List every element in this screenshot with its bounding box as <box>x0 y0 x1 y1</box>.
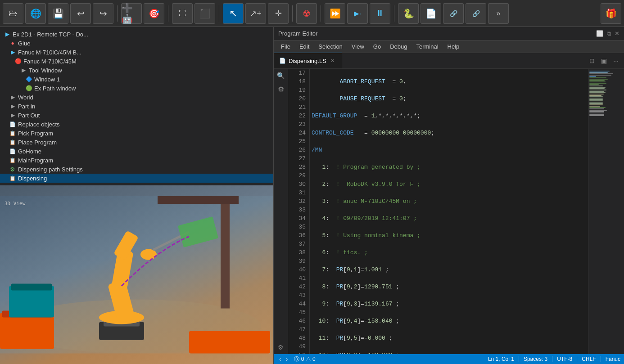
tab-dispensing-ls[interactable]: 📄 Dispensing.LS ✕ <box>274 53 342 68</box>
editor-actions: ⊡ ▣ ··· <box>588 53 624 68</box>
link2-button[interactable]: 🔗 <box>466 3 486 24</box>
tree-item-fanuc[interactable]: ▶ Fanuc M-710iC/45M B... <box>0 48 273 57</box>
minimap-content <box>588 69 624 118</box>
go-home-icon: 📄 <box>9 148 16 155</box>
tree-item-dispensing-path[interactable]: ⚙ Dispensing path Settings <box>0 165 273 174</box>
arrow-plus-button[interactable]: ↗+ <box>245 3 266 24</box>
tree-item-label: Part Out <box>18 112 40 119</box>
globe-button[interactable]: 🌐 <box>25 3 46 24</box>
errors-status[interactable]: ⓪ 0 △ 0 <box>294 355 315 363</box>
editor-titlebar: Program Editor ⬜ ⧉ ✕ <box>274 27 624 40</box>
tree-item-dispensing[interactable]: 📋 Dispensing <box>0 174 273 183</box>
arrow-move-button[interactable]: ✛ <box>268 3 289 24</box>
tree-item-place-program[interactable]: 📋 Place Program <box>0 138 273 147</box>
toolbar-separator-4 <box>292 5 293 22</box>
tree-item-world[interactable]: ▶ World <box>0 93 273 102</box>
tab-close-button[interactable]: ✕ <box>329 57 336 64</box>
split-right-button[interactable]: ⊡ <box>588 56 597 65</box>
tree-item-window1[interactable]: 🔷 Window 1 <box>0 75 273 84</box>
tree-item-label: Pick Program <box>18 130 53 137</box>
spaces-status[interactable]: Spaces: 3 <box>524 356 547 362</box>
svg-rect-18 <box>158 196 230 204</box>
menu-go[interactable]: Go <box>370 42 384 51</box>
minimize-editor-button[interactable]: ⬜ <box>596 30 603 37</box>
settings-sidebar-icon[interactable]: ⚙ <box>276 342 286 352</box>
nav-next-button[interactable]: › <box>284 355 290 363</box>
encoding-status[interactable]: UTF-8 <box>557 356 572 362</box>
world-expand-icon: ▶ <box>9 94 16 101</box>
svg-rect-4 <box>189 331 270 354</box>
tree-item-fanuc-inner[interactable]: 🔴 Fanuc M-710iC/45M <box>0 57 273 66</box>
tree-item-tool-window[interactable]: ▶ Tool Window <box>0 66 273 75</box>
ln-col-status[interactable]: Ln 1, Col 1 <box>488 356 514 362</box>
close-editor-button[interactable]: ✕ <box>615 30 619 37</box>
toolbar-separator-2 <box>168 5 168 22</box>
more-actions-button[interactable]: ··· <box>611 56 620 65</box>
svg-rect-2 <box>0 313 54 349</box>
tree-item-glue[interactable]: ● Glue <box>0 39 273 48</box>
pause-button[interactable]: ⏸ <box>370 3 390 24</box>
status-sep-1 <box>519 356 519 362</box>
tree-item-replace-objects[interactable]: 📄 Replace objects <box>0 120 273 129</box>
play-slow-button[interactable]: ▶· <box>347 3 368 24</box>
language-label: Fanuc <box>606 356 620 362</box>
folder-button[interactable]: 🗁 <box>3 3 23 24</box>
tool-window-expand-icon: ▶ <box>20 67 27 74</box>
menu-edit[interactable]: Edit <box>296 42 313 51</box>
add-robot-button[interactable]: ➕🤖 <box>121 3 142 24</box>
tab-label: Dispensing.LS <box>289 58 326 64</box>
link1-button[interactable]: 🔗 <box>443 3 464 24</box>
python-button[interactable]: 🐍 <box>398 3 419 24</box>
3d-viewport[interactable]: 3D View <box>0 185 273 364</box>
tree-item-go-home[interactable]: 📄 GoHome <box>0 147 273 156</box>
arrow-button[interactable]: ↖ <box>223 3 244 24</box>
hazard-button[interactable]: ☢ <box>296 3 317 24</box>
line-ending-status[interactable]: CRLF <box>582 356 596 362</box>
filter-sidebar-icon[interactable]: ⚙ <box>276 84 286 94</box>
tree-item-main-program[interactable]: 📋 MainProgram <box>0 156 273 165</box>
panel-layout-button[interactable]: ▣ <box>599 56 609 65</box>
search-sidebar-icon[interactable]: 🔍 <box>276 71 286 81</box>
glue-icon: ● <box>9 40 16 47</box>
target-button[interactable]: 🎯 <box>144 3 164 24</box>
menu-help[interactable]: Help <box>444 42 463 51</box>
more-button[interactable]: » <box>488 3 509 24</box>
status-sep-2 <box>552 356 552 362</box>
save-button[interactable]: 💾 <box>48 3 68 24</box>
main-area: ▶ Ex 2D1 - Remote TCP - Do... ● Glue ▶ F… <box>0 27 624 364</box>
cube-button[interactable]: ⬛ <box>194 3 215 24</box>
toolbar-separator-6 <box>394 5 394 22</box>
language-status[interactable]: Fanuc <box>606 356 620 362</box>
tree-item-pick-program[interactable]: 📋 Pick Program <box>0 129 273 138</box>
redo-button[interactable]: ↪ <box>93 3 113 24</box>
fanuc-inner-icon: 🔴 <box>14 58 22 65</box>
play-button[interactable]: ⏩ <box>325 3 345 24</box>
tree-item-label: Glue <box>18 40 30 47</box>
menu-debug[interactable]: Debug <box>386 42 411 51</box>
minimap[interactable] <box>588 69 624 354</box>
code-container: 17 18 19 20 21 22 23 24 25 26 27 28 29 3… <box>288 69 624 354</box>
tree-item-part-out[interactable]: ▶ Part Out <box>0 111 273 120</box>
tree-item-root[interactable]: ▶ Ex 2D1 - Remote TCP - Do... <box>0 30 273 39</box>
tree-item-ex-path[interactable]: 🟢 Ex Path window <box>0 84 273 93</box>
fit-button[interactable]: ⛶ <box>172 3 193 24</box>
replace-objects-icon: 📄 <box>9 121 16 128</box>
menu-file[interactable]: File <box>277 42 294 51</box>
tree-item-part-in[interactable]: ▶ Part In <box>0 102 273 111</box>
gift-button[interactable]: 🎁 <box>601 3 621 24</box>
menu-terminal[interactable]: Terminal <box>412 42 442 51</box>
code-content[interactable]: ABORT_REQUEST = 0, PAUSE_REQUEST = 0; DE… <box>310 69 588 354</box>
errors-label: ⓪ 0 △ 0 <box>294 355 315 363</box>
part-in-icon: ▶ <box>9 103 16 110</box>
split-editor-button[interactable]: ⧉ <box>607 30 611 37</box>
menu-view[interactable]: View <box>348 42 368 51</box>
dispensing-path-icon: ⚙ <box>9 166 16 173</box>
svg-rect-6 <box>11 284 52 291</box>
dispensing-icon: 📋 <box>9 175 16 182</box>
undo-button[interactable]: ↩ <box>70 3 91 24</box>
toolbar-separator-5 <box>321 5 321 22</box>
menu-selection[interactable]: Selection <box>315 42 346 51</box>
tab-file-icon: 📄 <box>279 58 286 64</box>
document-button[interactable]: 📄 <box>421 3 441 24</box>
nav-prev-button[interactable]: ‹ <box>277 355 283 363</box>
